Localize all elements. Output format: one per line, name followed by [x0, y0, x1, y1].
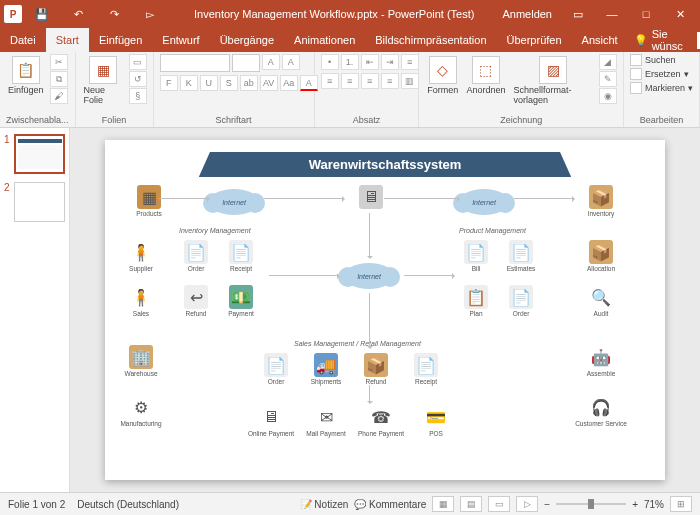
shapes-icon: ◇ [429, 56, 457, 84]
find-button[interactable]: Suchen [630, 54, 693, 66]
close-button[interactable]: ✕ [664, 3, 696, 25]
reset-button[interactable]: ↺ [129, 71, 147, 87]
align-right-button[interactable]: ≡ [361, 73, 379, 89]
shadow-button[interactable]: ab [240, 75, 258, 91]
fit-window-button[interactable]: ⊞ [670, 496, 692, 512]
group-editing: Suchen Ersetzen ▾ Markieren ▾ Bearbeiten [624, 52, 700, 127]
bill-icon: 📄 [464, 240, 488, 264]
indent-dec-button[interactable]: ⇤ [361, 54, 379, 70]
spacing-button[interactable]: AV [260, 75, 278, 91]
bold-button[interactable]: F [160, 75, 178, 91]
columns-button[interactable]: ▥ [401, 73, 419, 89]
thumbnail-1[interactable] [14, 134, 65, 174]
tab-entwurf[interactable]: Entwurf [152, 28, 209, 52]
tab-animationen[interactable]: Animationen [284, 28, 365, 52]
language-indicator[interactable]: Deutsch (Deutschland) [77, 499, 179, 510]
styles-icon: ▨ [539, 56, 567, 84]
shape-fill-button[interactable]: ◢ [599, 54, 617, 70]
align-left-button[interactable]: ≡ [321, 73, 339, 89]
case-button[interactable]: Aa [280, 75, 298, 91]
notes-button[interactable]: 📝 Notizen [300, 499, 349, 510]
indent-inc-button[interactable]: ⇥ [381, 54, 399, 70]
zoom-level[interactable]: 71% [644, 499, 664, 510]
zoom-in-button[interactable]: + [632, 499, 638, 510]
phone-icon: ☎ [369, 405, 393, 429]
document-icon: 📄 [184, 240, 208, 264]
current-slide: Warenwirtschaftssystem ▦Products Interne… [105, 140, 665, 480]
strike-button[interactable]: S [220, 75, 238, 91]
grow-font-button[interactable]: A [262, 54, 280, 70]
tab-einfugen[interactable]: Einfügen [89, 28, 152, 52]
slideshow-view-button[interactable]: ▷ [516, 496, 538, 512]
qat-start-icon[interactable]: ▻ [134, 3, 166, 25]
tab-bildschirm[interactable]: Bildschirmpräsentation [365, 28, 496, 52]
sign-in-link[interactable]: Anmelden [502, 8, 552, 20]
bullets-button[interactable]: • [321, 54, 339, 70]
server-icon: 🖥 [359, 185, 383, 209]
app-icon: P [4, 5, 22, 23]
receipt-icon: 📄 [414, 353, 438, 377]
normal-view-button[interactable]: ▦ [432, 496, 454, 512]
shapes-button[interactable]: ◇Formen [425, 54, 460, 97]
italic-button[interactable]: K [180, 75, 198, 91]
tab-ubergange[interactable]: Übergänge [210, 28, 284, 52]
reading-view-button[interactable]: ▭ [488, 496, 510, 512]
receipt-icon: 📄 [229, 240, 253, 264]
shape-outline-button[interactable]: ✎ [599, 71, 617, 87]
tab-start[interactable]: Start [46, 28, 89, 52]
sorter-view-button[interactable]: ▤ [460, 496, 482, 512]
section-label: Sales Management / Retail Management [294, 340, 421, 347]
font-family-select[interactable] [160, 54, 230, 72]
shrink-font-button[interactable]: A [282, 54, 300, 70]
tab-uberprufen[interactable]: Überprüfen [497, 28, 572, 52]
pos-icon: 💳 [424, 405, 448, 429]
truck-icon: 🚚 [314, 353, 338, 377]
select-icon [630, 82, 642, 94]
quick-styles-button[interactable]: ▨Schnellformat-vorlagen [511, 54, 595, 107]
underline-button[interactable]: U [200, 75, 218, 91]
slide-thumbnails: 1 2 [0, 128, 70, 492]
qat-undo-icon[interactable]: ↶ [62, 3, 94, 25]
zoom-out-button[interactable]: − [544, 499, 550, 510]
layout-button[interactable]: ▭ [129, 54, 147, 70]
tell-me[interactable]: 💡Sie wünsc [628, 28, 693, 52]
paste-button[interactable]: 📋Einfügen [6, 54, 46, 97]
arrange-button[interactable]: ⬚Anordnen [464, 54, 507, 97]
ribbon-options-icon[interactable]: ▭ [562, 3, 594, 25]
comments-button[interactable]: 💬 Kommentare [354, 499, 426, 510]
window-title: Inventory Management Workflow.pptx - Pow… [166, 8, 502, 20]
line-spacing-button[interactable]: ≡ [401, 54, 419, 70]
warehouse-icon: 🏢 [129, 345, 153, 369]
format-painter-button[interactable]: 🖌 [50, 88, 68, 104]
zoom-slider[interactable] [556, 503, 626, 505]
money-icon: 💵 [229, 285, 253, 309]
thumbnail-2[interactable] [14, 182, 65, 222]
arrow-icon [264, 198, 344, 199]
plan-icon: 📋 [464, 285, 488, 309]
font-size-select[interactable] [232, 54, 260, 72]
section-button[interactable]: § [129, 88, 147, 104]
qat-redo-icon[interactable]: ↷ [98, 3, 130, 25]
replace-icon [630, 68, 642, 80]
slide-canvas[interactable]: Warenwirtschaftssystem ▦Products Interne… [70, 128, 700, 492]
maximize-button[interactable]: □ [630, 3, 662, 25]
ribbon-tabs: Datei Start Einfügen Entwurf Übergänge A… [0, 28, 700, 52]
numbering-button[interactable]: 1. [341, 54, 359, 70]
document-icon: 📄 [509, 240, 533, 264]
shape-effects-button[interactable]: ◉ [599, 88, 617, 104]
justify-button[interactable]: ≡ [381, 73, 399, 89]
arrow-icon [384, 198, 459, 199]
copy-button[interactable]: ⧉ [50, 71, 68, 87]
cut-button[interactable]: ✂ [50, 54, 68, 70]
replace-button[interactable]: Ersetzen ▾ [630, 68, 693, 80]
new-slide-icon: ▦ [89, 56, 117, 84]
align-center-button[interactable]: ≡ [341, 73, 359, 89]
slide-counter: Folie 1 von 2 [8, 499, 65, 510]
select-button[interactable]: Markieren ▾ [630, 82, 693, 94]
qat-save-icon[interactable]: 💾 [26, 3, 58, 25]
new-slide-button[interactable]: ▦Neue Folie [82, 54, 125, 107]
person-icon: 🧍 [129, 285, 153, 309]
tab-datei[interactable]: Datei [0, 28, 46, 52]
tab-ansicht[interactable]: Ansicht [572, 28, 628, 52]
minimize-button[interactable]: — [596, 3, 628, 25]
